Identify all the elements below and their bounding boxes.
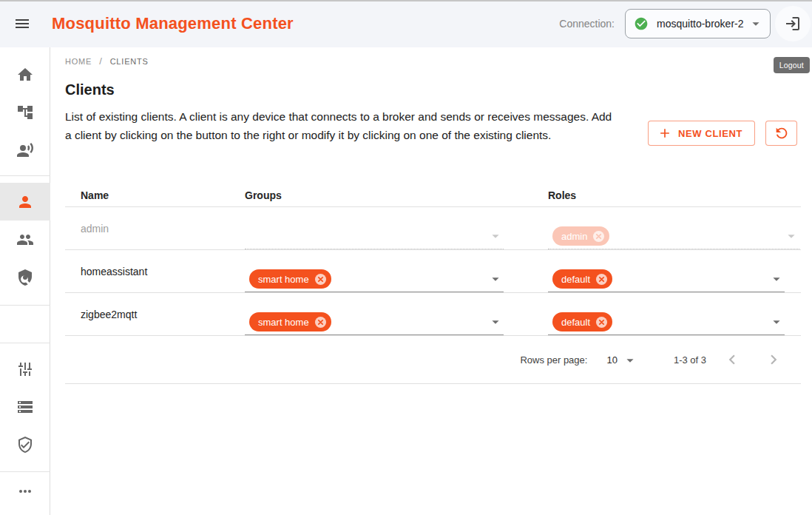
page-title: Clients: [65, 81, 801, 98]
chevron-down-icon: [487, 314, 504, 330]
table-row[interactable]: zigbee2mqtt smart home default: [65, 293, 801, 336]
sidebar-item-connections[interactable]: [0, 131, 50, 169]
pagination-range: 1-3 of 3: [674, 354, 706, 366]
people-icon: [16, 231, 34, 249]
table-row[interactable]: homeassistant smart home default: [65, 250, 801, 293]
rows-per-page-value: 10: [606, 354, 617, 366]
breadcrumb-separator: /: [99, 55, 102, 67]
chevron-down-icon: [622, 352, 638, 368]
groups-select[interactable]: smart home: [245, 258, 504, 292]
sidebar-item-topology[interactable]: [0, 93, 50, 131]
sidebar-item-more[interactable]: [0, 472, 50, 510]
logout-icon: [784, 15, 802, 33]
sidebar-item-roles[interactable]: [0, 258, 50, 296]
topology-icon: [16, 104, 34, 121]
column-header-roles: Roles: [548, 189, 801, 201]
page-description: List of existing clients. A client is an…: [65, 107, 616, 144]
connection-status-icon: [634, 16, 649, 31]
client-name: zigbee2mqtt: [81, 309, 137, 320]
chip-label: smart home: [258, 317, 309, 328]
sidebar: [0, 47, 50, 515]
chip-label: default: [561, 274, 590, 285]
chip-delete-icon[interactable]: [595, 272, 609, 286]
chevron-down-icon: [768, 271, 785, 287]
menu-button[interactable]: [7, 9, 37, 38]
table-header-row: Name Groups Roles: [65, 184, 801, 207]
table-row[interactable]: admin admin: [65, 207, 801, 250]
chevron-left-icon: [723, 350, 742, 369]
storage-list-icon: [16, 398, 34, 416]
chip-default[interactable]: default: [552, 269, 612, 289]
column-header-name: Name: [65, 189, 245, 201]
new-client-button-label: NEW CLIENT: [678, 128, 742, 139]
screen-top-edge: [0, 0, 812, 1]
chip-delete-icon[interactable]: [314, 315, 328, 329]
chip-label: default: [561, 317, 590, 328]
refresh-button[interactable]: [765, 121, 797, 146]
chip-label: admin: [561, 231, 587, 242]
sidebar-item-security[interactable]: [0, 425, 50, 463]
chip-admin[interactable]: admin: [552, 226, 609, 246]
breadcrumb-home[interactable]: HOME: [65, 57, 92, 66]
connection-select[interactable]: mosquitto-broker-2: [625, 9, 771, 38]
roles-select[interactable]: default: [548, 258, 785, 292]
chevron-down-icon: [487, 228, 504, 244]
app-title: Mosquitto Management Center: [52, 14, 294, 33]
sidebar-item-groups[interactable]: [0, 221, 50, 258]
sidebar-item-streams[interactable]: [0, 388, 50, 425]
tune-sliders-icon: [16, 360, 34, 378]
logout-tooltip: Logout: [774, 57, 810, 73]
hamburger-icon: [13, 15, 31, 33]
verified-shield-icon: [16, 436, 34, 454]
role-chips: default: [548, 312, 612, 331]
refresh-icon: [774, 125, 790, 141]
chip-label: smart home: [258, 274, 309, 285]
chip-delete-icon[interactable]: [595, 315, 609, 329]
client-name: admin: [81, 223, 109, 235]
groups-select: [245, 215, 504, 249]
chip-delete-icon: [592, 229, 606, 243]
role-chips: default: [548, 269, 612, 289]
rows-per-page-label: Rows per page:: [520, 354, 587, 366]
logout-button[interactable]: [775, 6, 811, 41]
main-content: HOME / CLIENTS Clients List of existing …: [50, 47, 812, 515]
pagination-bar: Rows per page: 10 1-3 of 3: [65, 336, 801, 384]
chip-smart-home[interactable]: smart home: [249, 269, 331, 289]
client-name: homeassistant: [81, 266, 147, 277]
clients-table: Name Groups Roles admin admin homeass: [65, 184, 801, 384]
chevron-down-icon: [768, 314, 785, 330]
rows-per-page-select[interactable]: 10: [606, 351, 637, 368]
column-header-groups: Groups: [245, 189, 548, 201]
chevron-right-icon: [764, 350, 783, 369]
new-client-button[interactable]: NEW CLIENT: [648, 121, 755, 146]
more-ellipsis-icon: [16, 482, 34, 500]
person-icon: [16, 193, 34, 211]
record-voice-over-icon: [16, 141, 34, 159]
chevron-down-icon: [748, 16, 764, 32]
chevron-down-icon: [783, 228, 799, 244]
app-bar: Mosquitto Management Center Connection: …: [0, 0, 812, 47]
role-chips: admin: [548, 226, 609, 246]
previous-page-button[interactable]: [723, 350, 742, 369]
group-chips: smart home: [245, 312, 331, 331]
chip-delete-icon[interactable]: [314, 272, 328, 286]
next-page-button[interactable]: [764, 350, 783, 369]
breadcrumb: HOME / CLIENTS: [65, 55, 801, 67]
connection-label: Connection:: [559, 18, 615, 30]
roles-select[interactable]: default: [548, 301, 785, 335]
home-icon: [16, 66, 34, 84]
plus-icon: [657, 126, 672, 141]
sidebar-item-home[interactable]: [0, 55, 50, 93]
table-body: admin admin homeassistant smart home: [65, 207, 801, 336]
sidebar-item-settings[interactable]: [0, 350, 50, 388]
sidebar-item-clients[interactable]: [0, 183, 50, 221]
group-chips: smart home: [245, 269, 331, 289]
chip-smart-home[interactable]: smart home: [249, 312, 331, 331]
roles-select: admin: [548, 215, 799, 249]
groups-select[interactable]: smart home: [245, 301, 504, 335]
chevron-down-icon: [487, 271, 504, 287]
connection-value: mosquitto-broker-2: [657, 18, 748, 30]
chip-default[interactable]: default: [552, 312, 612, 331]
breadcrumb-current: CLIENTS: [110, 57, 149, 66]
policy-shield-icon: [16, 269, 34, 286]
